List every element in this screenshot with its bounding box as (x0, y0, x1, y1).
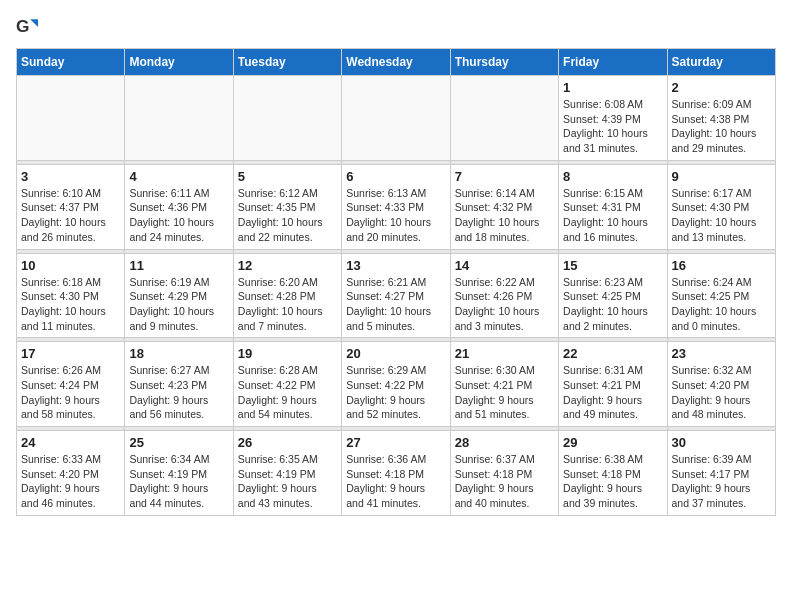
day-info: Sunrise: 6:12 AM Sunset: 4:35 PM Dayligh… (238, 186, 337, 245)
day-info: Sunrise: 6:17 AM Sunset: 4:30 PM Dayligh… (672, 186, 771, 245)
calendar-cell: 1Sunrise: 6:08 AM Sunset: 4:39 PM Daylig… (559, 76, 667, 161)
weekday-header-monday: Monday (125, 49, 233, 76)
day-info: Sunrise: 6:18 AM Sunset: 4:30 PM Dayligh… (21, 275, 120, 334)
day-number: 20 (346, 346, 445, 361)
calendar-cell: 6Sunrise: 6:13 AM Sunset: 4:33 PM Daylig… (342, 164, 450, 249)
calendar-week-4: 17Sunrise: 6:26 AM Sunset: 4:24 PM Dayli… (17, 342, 776, 427)
day-number: 16 (672, 258, 771, 273)
weekday-header-wednesday: Wednesday (342, 49, 450, 76)
calendar-cell: 12Sunrise: 6:20 AM Sunset: 4:28 PM Dayli… (233, 253, 341, 338)
day-info: Sunrise: 6:30 AM Sunset: 4:21 PM Dayligh… (455, 363, 554, 422)
day-number: 22 (563, 346, 662, 361)
day-info: Sunrise: 6:36 AM Sunset: 4:18 PM Dayligh… (346, 452, 445, 511)
calendar-cell (450, 76, 558, 161)
day-number: 19 (238, 346, 337, 361)
day-number: 27 (346, 435, 445, 450)
day-info: Sunrise: 6:37 AM Sunset: 4:18 PM Dayligh… (455, 452, 554, 511)
calendar-cell: 11Sunrise: 6:19 AM Sunset: 4:29 PM Dayli… (125, 253, 233, 338)
calendar-cell: 10Sunrise: 6:18 AM Sunset: 4:30 PM Dayli… (17, 253, 125, 338)
day-info: Sunrise: 6:28 AM Sunset: 4:22 PM Dayligh… (238, 363, 337, 422)
calendar-week-1: 1Sunrise: 6:08 AM Sunset: 4:39 PM Daylig… (17, 76, 776, 161)
day-info: Sunrise: 6:33 AM Sunset: 4:20 PM Dayligh… (21, 452, 120, 511)
day-number: 6 (346, 169, 445, 184)
day-info: Sunrise: 6:23 AM Sunset: 4:25 PM Dayligh… (563, 275, 662, 334)
calendar-week-3: 10Sunrise: 6:18 AM Sunset: 4:30 PM Dayli… (17, 253, 776, 338)
calendar-cell: 7Sunrise: 6:14 AM Sunset: 4:32 PM Daylig… (450, 164, 558, 249)
day-info: Sunrise: 6:09 AM Sunset: 4:38 PM Dayligh… (672, 97, 771, 156)
logo-icon: G (16, 16, 38, 38)
day-number: 14 (455, 258, 554, 273)
calendar-cell: 13Sunrise: 6:21 AM Sunset: 4:27 PM Dayli… (342, 253, 450, 338)
calendar-cell: 25Sunrise: 6:34 AM Sunset: 4:19 PM Dayli… (125, 431, 233, 516)
svg-marker-1 (30, 19, 38, 27)
day-number: 10 (21, 258, 120, 273)
calendar-cell: 27Sunrise: 6:36 AM Sunset: 4:18 PM Dayli… (342, 431, 450, 516)
weekday-header-row: SundayMondayTuesdayWednesdayThursdayFrid… (17, 49, 776, 76)
day-number: 12 (238, 258, 337, 273)
calendar-week-2: 3Sunrise: 6:10 AM Sunset: 4:37 PM Daylig… (17, 164, 776, 249)
calendar-cell: 26Sunrise: 6:35 AM Sunset: 4:19 PM Dayli… (233, 431, 341, 516)
svg-text:G: G (16, 16, 29, 36)
calendar-body: 1Sunrise: 6:08 AM Sunset: 4:39 PM Daylig… (17, 76, 776, 516)
calendar-cell: 4Sunrise: 6:11 AM Sunset: 4:36 PM Daylig… (125, 164, 233, 249)
calendar-cell: 29Sunrise: 6:38 AM Sunset: 4:18 PM Dayli… (559, 431, 667, 516)
day-info: Sunrise: 6:10 AM Sunset: 4:37 PM Dayligh… (21, 186, 120, 245)
day-number: 28 (455, 435, 554, 450)
calendar-cell: 28Sunrise: 6:37 AM Sunset: 4:18 PM Dayli… (450, 431, 558, 516)
day-number: 3 (21, 169, 120, 184)
calendar-cell: 2Sunrise: 6:09 AM Sunset: 4:38 PM Daylig… (667, 76, 775, 161)
day-number: 17 (21, 346, 120, 361)
day-number: 11 (129, 258, 228, 273)
day-info: Sunrise: 6:22 AM Sunset: 4:26 PM Dayligh… (455, 275, 554, 334)
calendar-cell: 15Sunrise: 6:23 AM Sunset: 4:25 PM Dayli… (559, 253, 667, 338)
calendar-cell (125, 76, 233, 161)
day-info: Sunrise: 6:11 AM Sunset: 4:36 PM Dayligh… (129, 186, 228, 245)
day-number: 23 (672, 346, 771, 361)
day-info: Sunrise: 6:19 AM Sunset: 4:29 PM Dayligh… (129, 275, 228, 334)
day-info: Sunrise: 6:15 AM Sunset: 4:31 PM Dayligh… (563, 186, 662, 245)
calendar-cell: 8Sunrise: 6:15 AM Sunset: 4:31 PM Daylig… (559, 164, 667, 249)
calendar-table: SundayMondayTuesdayWednesdayThursdayFrid… (16, 48, 776, 516)
calendar-cell: 17Sunrise: 6:26 AM Sunset: 4:24 PM Dayli… (17, 342, 125, 427)
day-number: 9 (672, 169, 771, 184)
page-header: G (16, 16, 776, 38)
calendar-cell: 14Sunrise: 6:22 AM Sunset: 4:26 PM Dayli… (450, 253, 558, 338)
weekday-header-tuesday: Tuesday (233, 49, 341, 76)
day-info: Sunrise: 6:21 AM Sunset: 4:27 PM Dayligh… (346, 275, 445, 334)
calendar-cell: 16Sunrise: 6:24 AM Sunset: 4:25 PM Dayli… (667, 253, 775, 338)
calendar-week-5: 24Sunrise: 6:33 AM Sunset: 4:20 PM Dayli… (17, 431, 776, 516)
day-info: Sunrise: 6:20 AM Sunset: 4:28 PM Dayligh… (238, 275, 337, 334)
day-info: Sunrise: 6:38 AM Sunset: 4:18 PM Dayligh… (563, 452, 662, 511)
day-number: 29 (563, 435, 662, 450)
day-number: 21 (455, 346, 554, 361)
day-number: 7 (455, 169, 554, 184)
day-number: 1 (563, 80, 662, 95)
calendar-cell: 23Sunrise: 6:32 AM Sunset: 4:20 PM Dayli… (667, 342, 775, 427)
day-number: 8 (563, 169, 662, 184)
calendar-cell: 19Sunrise: 6:28 AM Sunset: 4:22 PM Dayli… (233, 342, 341, 427)
calendar-cell: 9Sunrise: 6:17 AM Sunset: 4:30 PM Daylig… (667, 164, 775, 249)
day-info: Sunrise: 6:39 AM Sunset: 4:17 PM Dayligh… (672, 452, 771, 511)
day-info: Sunrise: 6:34 AM Sunset: 4:19 PM Dayligh… (129, 452, 228, 511)
day-number: 5 (238, 169, 337, 184)
logo: G (16, 16, 40, 38)
day-number: 30 (672, 435, 771, 450)
day-number: 4 (129, 169, 228, 184)
calendar-cell: 5Sunrise: 6:12 AM Sunset: 4:35 PM Daylig… (233, 164, 341, 249)
weekday-header-friday: Friday (559, 49, 667, 76)
day-number: 13 (346, 258, 445, 273)
calendar-cell: 30Sunrise: 6:39 AM Sunset: 4:17 PM Dayli… (667, 431, 775, 516)
day-info: Sunrise: 6:08 AM Sunset: 4:39 PM Dayligh… (563, 97, 662, 156)
day-number: 24 (21, 435, 120, 450)
weekday-header-sunday: Sunday (17, 49, 125, 76)
day-info: Sunrise: 6:26 AM Sunset: 4:24 PM Dayligh… (21, 363, 120, 422)
calendar-cell: 22Sunrise: 6:31 AM Sunset: 4:21 PM Dayli… (559, 342, 667, 427)
day-info: Sunrise: 6:35 AM Sunset: 4:19 PM Dayligh… (238, 452, 337, 511)
day-info: Sunrise: 6:31 AM Sunset: 4:21 PM Dayligh… (563, 363, 662, 422)
weekday-header-saturday: Saturday (667, 49, 775, 76)
day-info: Sunrise: 6:27 AM Sunset: 4:23 PM Dayligh… (129, 363, 228, 422)
calendar-cell (342, 76, 450, 161)
calendar-cell: 24Sunrise: 6:33 AM Sunset: 4:20 PM Dayli… (17, 431, 125, 516)
calendar-cell: 3Sunrise: 6:10 AM Sunset: 4:37 PM Daylig… (17, 164, 125, 249)
calendar-cell: 21Sunrise: 6:30 AM Sunset: 4:21 PM Dayli… (450, 342, 558, 427)
